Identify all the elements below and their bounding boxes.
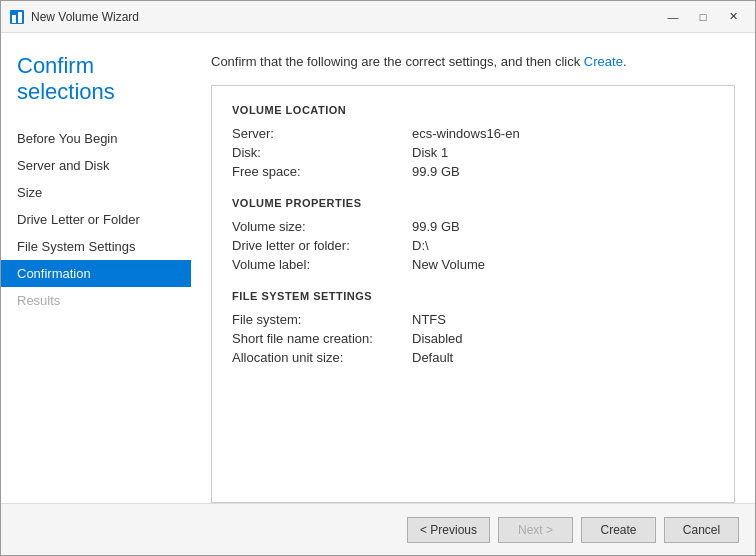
nav-menu: Before You Begin Server and Disk Size Dr…: [1, 125, 191, 314]
alloc-unit-row: Allocation unit size: Default: [232, 348, 714, 367]
drive-letter-value: D:\: [412, 238, 429, 253]
server-row: Server: ecs-windows16-en: [232, 124, 714, 143]
wizard-body: Confirm selections Before You Begin Serv…: [1, 33, 755, 503]
free-space-row: Free space: 99.9 GB: [232, 162, 714, 181]
sidebar-item-server-and-disk[interactable]: Server and Disk: [1, 152, 191, 179]
file-system-label: File system:: [232, 312, 412, 327]
sidebar-item-size[interactable]: Size: [1, 179, 191, 206]
window-controls: — □ ✕: [659, 5, 747, 29]
sidebar-item-before-you-begin[interactable]: Before You Begin: [1, 125, 191, 152]
short-name-row: Short file name creation: Disabled: [232, 329, 714, 348]
volume-properties-header: VOLUME PROPERTIES: [232, 197, 714, 209]
svg-rect-2: [18, 12, 22, 23]
volume-location-header: VOLUME LOCATION: [232, 104, 714, 116]
cancel-button[interactable]: Cancel: [664, 517, 739, 543]
short-name-label: Short file name creation:: [232, 331, 412, 346]
file-system-header: FILE SYSTEM SETTINGS: [232, 290, 714, 302]
title-bar: New Volume Wizard — □ ✕: [1, 1, 755, 33]
minimize-button[interactable]: —: [659, 5, 687, 29]
app-icon: [9, 9, 25, 25]
volume-size-label: Volume size:: [232, 219, 412, 234]
sidebar-item-file-system[interactable]: File System Settings: [1, 233, 191, 260]
drive-letter-label: Drive letter or folder:: [232, 238, 412, 253]
window-title: New Volume Wizard: [31, 10, 659, 24]
free-space-value: 99.9 GB: [412, 164, 460, 179]
volume-size-row: Volume size: 99.9 GB: [232, 217, 714, 236]
free-space-label: Free space:: [232, 164, 412, 179]
volume-size-value: 99.9 GB: [412, 219, 460, 234]
disk-label: Disk:: [232, 145, 412, 160]
maximize-button[interactable]: □: [689, 5, 717, 29]
sidebar-item-confirmation[interactable]: Confirmation: [1, 260, 191, 287]
disk-value: Disk 1: [412, 145, 448, 160]
drive-letter-row: Drive letter or folder: D:\: [232, 236, 714, 255]
file-system-value: NTFS: [412, 312, 446, 327]
intro-text: Confirm that the following are the corre…: [211, 53, 735, 71]
next-button[interactable]: Next >: [498, 517, 573, 543]
sidebar-item-results: Results: [1, 287, 191, 314]
sidebar: Confirm selections Before You Begin Serv…: [1, 33, 191, 503]
close-button[interactable]: ✕: [719, 5, 747, 29]
confirmation-box: VOLUME LOCATION Server: ecs-windows16-en…: [211, 85, 735, 503]
previous-button[interactable]: < Previous: [407, 517, 490, 543]
wizard-window: New Volume Wizard — □ ✕ Confirm selectio…: [0, 0, 756, 556]
disk-row: Disk: Disk 1: [232, 143, 714, 162]
footer: < Previous Next > Create Cancel: [1, 503, 755, 555]
svg-rect-1: [12, 15, 16, 23]
volume-label-value: New Volume: [412, 257, 485, 272]
server-label: Server:: [232, 126, 412, 141]
alloc-unit-label: Allocation unit size:: [232, 350, 412, 365]
create-button[interactable]: Create: [581, 517, 656, 543]
page-title: Confirm selections: [1, 53, 191, 125]
sidebar-item-drive-letter[interactable]: Drive Letter or Folder: [1, 206, 191, 233]
create-link-text: Create: [584, 54, 623, 69]
main-content: Confirm that the following are the corre…: [191, 33, 755, 503]
volume-label-label: Volume label:: [232, 257, 412, 272]
alloc-unit-value: Default: [412, 350, 453, 365]
short-name-value: Disabled: [412, 331, 463, 346]
server-value: ecs-windows16-en: [412, 126, 520, 141]
file-system-row: File system: NTFS: [232, 310, 714, 329]
volume-label-row: Volume label: New Volume: [232, 255, 714, 274]
